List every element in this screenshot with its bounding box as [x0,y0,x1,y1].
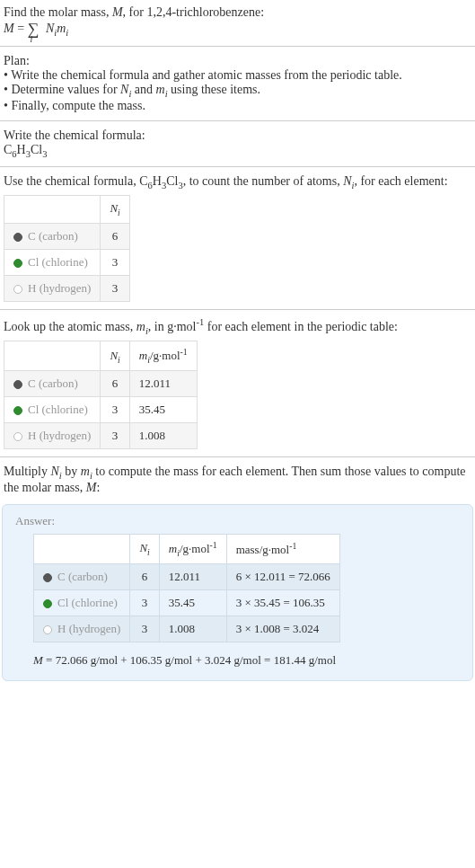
ni-cell: 3 [101,423,129,449]
element-cell: Cl (chlorine) [34,590,130,616]
intro-text-post: , for 1,2,4-trichlorobenzene: [123,5,264,19]
formula-Ni: Ni [46,22,57,35]
table-row: H (hydrogen) 3 [4,275,130,301]
empty-header [34,535,130,564]
element-bullet-icon [13,380,22,389]
table-row: Cl (chlorine) 3 [4,249,130,275]
lookup-table: Ni mi/g·mol-1 C (carbon) 6 12.011 Cl (ch… [4,341,198,449]
table-row: H (hydrogen) 3 1.008 [4,423,198,449]
mi-header: mi/g·mol-1 [159,535,226,564]
multiply-text: Multiply Ni by mi to compute the mass fo… [4,465,471,495]
mass-cell: 3 × 35.45 = 106.35 [226,590,339,616]
answer-table: Ni mi/g·mol-1 mass/g·mol-1 C (carbon) 6 … [33,534,340,642]
formula-mi: mi [57,22,68,35]
mass-cell: 3 × 1.008 = 3.024 [226,616,339,642]
ni-cell: 3 [101,397,129,423]
plan-bullet-3: • Finally, compute the mass. [4,99,471,113]
table-row: C (carbon) 6 [4,223,130,249]
molar-mass-formula: M = ∑i Nimi [4,20,471,39]
element-cell: C (carbon) [4,223,101,249]
element-cell: C (carbon) [34,564,130,590]
plan-bullet-1: • Write the chemical formula and gather … [4,68,471,83]
divider [0,120,475,121]
ni-cell: 6 [130,564,159,590]
empty-header [4,341,101,371]
sum-symbol: ∑i [28,20,40,39]
multiply-section: Multiply Ni by mi to compute the mass fo… [0,459,475,500]
mi-cell: 1.008 [159,616,226,642]
answer-box: Answer: Ni mi/g·mol-1 mass/g·mol-1 C (ca… [2,504,473,681]
plan-section: Plan: • Write the chemical formula and g… [0,49,475,119]
mi-cell: 12.011 [129,371,197,397]
intro-line1: Find the molar mass, M, for 1,2,4-trichl… [4,5,471,20]
element-bullet-icon [13,259,22,268]
table-row: H (hydrogen) 3 1.008 3 × 1.008 = 3.024 [34,616,340,642]
chem-formula-inline: C6H3Cl3 [139,174,182,188]
mi-cell: 1.008 [129,423,197,449]
ni-cell: 6 [101,223,129,249]
divider [0,46,475,47]
ni-cell: 3 [130,616,159,642]
count-table: Ni C (carbon) 6 Cl (chlorine) 3 H (hydro… [4,195,130,302]
element-bullet-icon [13,233,22,242]
empty-header [4,196,101,224]
table-header-row: Ni mi/g·mol-1 mass/g·mol-1 [34,535,340,564]
divider [0,456,475,457]
count-section: Use the chemical formula, C6H3Cl3, to co… [0,169,475,307]
mi-cell: 12.011 [159,564,226,590]
mi-header: mi/g·mol-1 [129,341,197,371]
intro-text: Find the molar mass, [4,5,112,19]
chem-formula-title: Write the chemical formula: [4,128,471,143]
ni-cell: 3 [101,275,129,301]
element-bullet-icon [13,406,22,415]
element-cell: H (hydrogen) [34,616,130,642]
mass-header: mass/g·mol-1 [226,535,339,564]
plan-title: Plan: [4,54,471,68]
element-bullet-icon [13,285,22,294]
ni-header: Ni [101,196,129,224]
lookup-text: Look up the atomic mass, mi, in g·mol-1 … [4,317,471,335]
element-bullet-icon [43,625,52,634]
mass-cell: 6 × 12.011 = 72.066 [226,564,339,590]
lookup-section: Look up the atomic mass, mi, in g·mol-1 … [0,312,475,455]
var-M: M [112,5,123,19]
table-row: C (carbon) 6 12.011 6 × 12.011 = 72.066 [34,564,340,590]
element-cell: Cl (chlorine) [4,249,101,275]
element-cell: C (carbon) [4,371,101,397]
ni-header: Ni [101,341,129,371]
table-row: Cl (chlorine) 3 35.45 3 × 35.45 = 106.35 [34,590,340,616]
plan-bullet-2: • Determine values for Ni and mi using t… [4,83,471,99]
answer-label: Answer: [15,514,460,528]
divider [0,309,475,310]
element-cell: Cl (chlorine) [4,397,101,423]
divider [0,166,475,167]
ni-header: Ni [130,535,159,564]
element-cell: H (hydrogen) [4,275,101,301]
formula-eq: = [14,22,28,35]
answer-inner: Ni mi/g·mol-1 mass/g·mol-1 C (carbon) 6 … [15,534,460,668]
chem-formula: C6H3Cl3 [4,143,471,159]
table-row: C (carbon) 6 12.011 [4,371,198,397]
ni-cell: 3 [101,249,129,275]
ni-cell: 3 [130,590,159,616]
table-header-row: Ni mi/g·mol-1 [4,341,198,371]
table-row: Cl (chlorine) 3 35.45 [4,397,198,423]
ni-cell: 6 [101,371,129,397]
element-cell: H (hydrogen) [4,423,101,449]
formula-lhs: M [4,22,14,35]
final-equation: M = 72.066 g/mol + 106.35 g/mol + 3.024 … [33,653,460,668]
mi-cell: 35.45 [159,590,226,616]
intro-section: Find the molar mass, M, for 1,2,4-trichl… [0,0,475,44]
chem-formula-section: Write the chemical formula: C6H3Cl3 [0,123,475,164]
element-bullet-icon [43,573,52,582]
element-bullet-icon [13,432,22,441]
element-bullet-icon [43,599,52,608]
count-text: Use the chemical formula, C6H3Cl3, to co… [4,174,471,190]
table-header-row: Ni [4,196,130,224]
mi-cell: 35.45 [129,397,197,423]
